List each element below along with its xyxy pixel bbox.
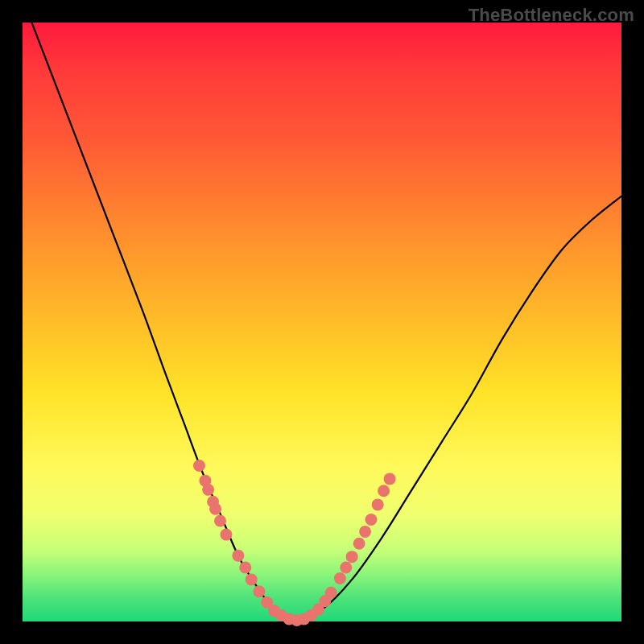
chart-frame: TheBottleneck.com [0,0,644,644]
highlight-dot [246,573,258,585]
highlight-dot [253,585,265,597]
highlight-dots [193,460,396,626]
chart-plot-area [23,23,621,621]
highlight-dot [384,473,396,485]
highlight-dot [220,529,232,541]
bottleneck-curve [23,0,621,621]
highlight-dot [232,550,244,562]
highlight-dot [202,484,214,496]
highlight-dot [359,526,371,538]
highlight-dot [239,562,251,574]
highlight-dot [325,587,337,599]
highlight-dot [372,498,384,510]
highlight-dot [365,514,378,526]
highlight-dot [193,460,205,472]
highlight-dot [340,562,352,574]
highlight-dot [346,551,358,563]
highlight-dot [353,538,365,550]
highlight-dot [209,503,221,515]
highlight-dot [334,572,346,584]
chart-svg [23,23,621,621]
watermark-text: TheBottleneck.com [469,5,634,26]
highlight-dot [378,485,390,497]
highlight-dot [214,515,226,527]
